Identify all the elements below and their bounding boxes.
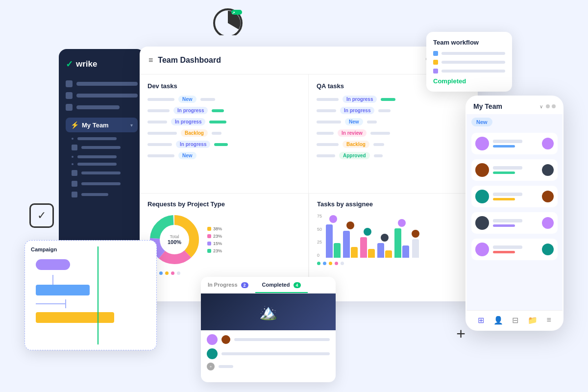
mobile-item-2 [471, 159, 558, 181]
tasks-list-row-3: + [207, 363, 330, 370]
dev-tasks-title: Dev tasks [147, 82, 300, 90]
progress-bar [209, 121, 226, 123]
mobile-name-bar [493, 193, 522, 196]
tab-icon-apps[interactable]: ⊟ [512, 316, 518, 325]
task-bar [374, 154, 383, 157]
mobile-avatar-1 [475, 137, 489, 150]
sidebar-item-home[interactable] [66, 80, 138, 87]
mobile-chevron-icon[interactable]: ∨ [539, 104, 543, 109]
bar-group-3 [360, 228, 375, 258]
task-bar [367, 121, 377, 123]
svg-text:100%: 100% [168, 239, 181, 245]
logo-check: ✓ [66, 59, 73, 70]
mobile-item-5 [471, 239, 558, 260]
mobile-right-avatar-2 [542, 164, 554, 176]
menu-icon[interactable]: ≡ [148, 56, 153, 65]
sidebar-item-box[interactable] [66, 104, 138, 111]
bar-groups [326, 214, 419, 258]
tasks-list-avatar [221, 335, 230, 344]
mobile-dot-1[interactable] [546, 104, 550, 108]
campaign-title: Campaign [31, 246, 150, 252]
qa-tasks-panel: QA tasks In progress In progress New In … [309, 74, 478, 194]
tab-icon-folder[interactable]: 📁 [528, 316, 538, 325]
sidebar-sub-item-3[interactable] [66, 155, 138, 158]
mobile-dot-2[interactable] [552, 104, 556, 108]
workflow-card: Team workflow Completed [426, 32, 512, 92]
mobile-card: My Team ∨ New [466, 96, 564, 331]
campaign-green-line [98, 246, 98, 344]
task-bar [200, 98, 215, 101]
status-badge-inprogress: In progress [176, 141, 210, 148]
mobile-name-bar [493, 140, 522, 143]
tasks-list: + [201, 330, 336, 378]
bar-chart-dots [317, 262, 470, 265]
sidebar: ✓ wrike ⚡ My Team ▾ [59, 49, 145, 260]
tasks-list-row-2 [207, 348, 330, 359]
tasks-card: In Progress 2 Completed 4 🏔️ + [201, 277, 336, 382]
tasks-list-avatar [207, 348, 218, 359]
task-bar [212, 132, 221, 135]
workflow-row-1 [433, 51, 505, 56]
task-row: In review [317, 129, 470, 137]
progress-bar [214, 143, 228, 146]
task-bar [147, 143, 172, 146]
bar-group-1 [326, 215, 341, 258]
workflow-row-2 [433, 60, 505, 65]
chart-dots [147, 271, 300, 275]
tab-completed[interactable]: Completed 4 [255, 277, 308, 293]
dashboard-content: Dev tasks New In progress In progress Ba… [140, 74, 478, 301]
sidebar-item-grid[interactable] [66, 92, 138, 99]
sidebar-sub-item-1[interactable] [66, 137, 138, 140]
sidebar-sub-item-2[interactable] [66, 145, 138, 150]
task-bar [317, 121, 341, 123]
task-row: New [147, 96, 300, 103]
sidebar-sub-bar [77, 163, 117, 166]
task-row: Backlog [317, 141, 470, 148]
mobile-name-bar [493, 245, 522, 249]
mobile-avatar-2 [475, 163, 489, 177]
logo-text: wrike [76, 59, 97, 69]
new-badge: New [471, 118, 492, 126]
box-icon [66, 104, 73, 111]
status-badge-approved: Approved [339, 152, 370, 159]
sidebar-sub-bar [81, 193, 108, 196]
dot-icon [72, 156, 74, 158]
dev-tasks-panel: Dev tasks New In progress In progress Ba… [140, 74, 309, 194]
mobile-status-bar [493, 172, 515, 174]
sidebar-sub-item-4[interactable] [66, 163, 138, 166]
tab-inprogress[interactable]: In Progress 2 [201, 277, 255, 293]
task-row: In progress [317, 107, 470, 114]
workflow-bar [441, 70, 505, 73]
my-team-button[interactable]: ⚡ My Team ▾ [66, 118, 138, 132]
sub-icon [72, 192, 77, 197]
status-badge-new: New [345, 118, 363, 125]
sidebar-sub-item-5[interactable] [66, 170, 138, 176]
task-bar [317, 154, 335, 157]
status-badge-inprogress: In progress [171, 118, 205, 125]
workflow-completed: Completed [433, 77, 505, 85]
tab-icon-menu[interactable]: ≡ [546, 316, 551, 325]
task-bar [317, 98, 339, 101]
tasks-list-row-1 [207, 334, 330, 345]
workflow-title: Team workflow [433, 39, 505, 46]
status-badge-inreview: In review [338, 129, 367, 137]
sidebar-item-bar [76, 94, 138, 98]
mobile-right-avatar-4 [542, 217, 554, 229]
svg-text:Total: Total [170, 234, 179, 239]
mobile-info-5 [493, 245, 538, 253]
tab-icon-grid[interactable]: ⊞ [478, 316, 484, 325]
sidebar-sub-bar [77, 137, 117, 140]
tab-icon-user[interactable]: 👤 [493, 316, 503, 325]
campaign-connector [36, 299, 150, 308]
mobile-avatar-3 [475, 190, 489, 203]
tab-completed-label: Completed [262, 282, 290, 288]
tasks-list-bar [221, 352, 330, 355]
campaign-arrow [52, 275, 53, 285]
tasks-tabs: In Progress 2 Completed 4 [201, 277, 336, 294]
sidebar-sub-item-6[interactable] [66, 181, 138, 187]
mobile-dots [546, 104, 556, 108]
sidebar-sub-item-7[interactable] [66, 192, 138, 197]
tasks-list-avatar [207, 334, 218, 345]
task-bar [147, 98, 174, 101]
status-badge-inprogress: In progress [340, 107, 374, 114]
